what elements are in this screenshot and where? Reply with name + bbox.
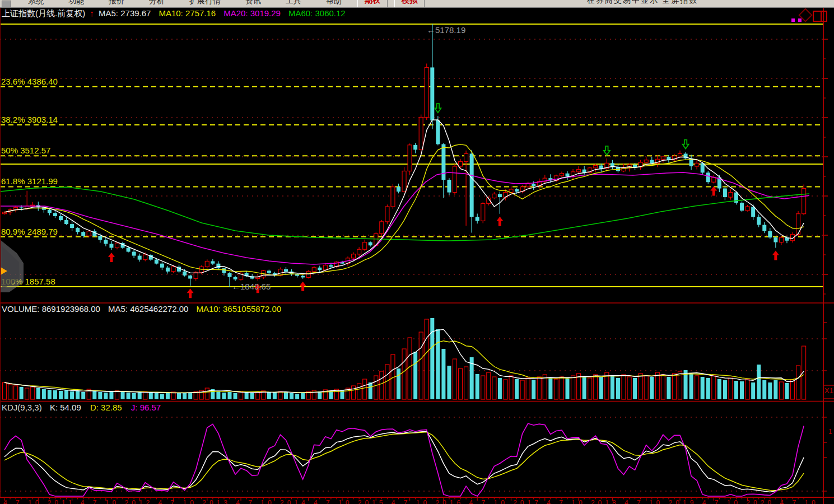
volume-bar-down: [234, 393, 237, 399]
candle-down: [155, 260, 159, 264]
candle-down: [329, 265, 333, 267]
volume-bar-up: [492, 377, 496, 399]
volume-bar-up: [672, 374, 676, 399]
volume-bar-down: [751, 382, 755, 399]
volume-bar-down: [245, 393, 249, 399]
candle-up: [695, 163, 699, 166]
volume-bar-down: [701, 377, 705, 399]
candle-down: [723, 189, 727, 198]
volume-bar-up: [537, 377, 541, 399]
candle-down: [48, 210, 52, 213]
volume-bar-down: [121, 392, 125, 399]
volume-bar-up: [312, 390, 316, 399]
candle-up: [3, 212, 7, 214]
volume-value-label: MA5: 4625462272.00: [108, 304, 188, 314]
candle-down: [566, 174, 570, 177]
candle-down: [436, 120, 440, 144]
candle-up: [464, 153, 468, 161]
volume-bar-down: [441, 349, 445, 399]
candle-up: [459, 162, 463, 166]
volume-bar-down: [515, 379, 519, 399]
kdj-j-value: J: 96.57: [131, 403, 161, 412]
volume-bar-up: [459, 368, 463, 399]
volume-bar-down: [301, 393, 305, 399]
candle-down: [476, 217, 479, 221]
volume-bar-up: [729, 378, 733, 399]
volume-bar-down: [155, 393, 159, 399]
volume-bar-down: [183, 393, 187, 399]
volume-bar-down: [177, 393, 181, 399]
candle-up: [380, 222, 384, 234]
candle-down: [413, 145, 417, 150]
volume-bar-down: [138, 393, 142, 399]
candle-down: [127, 248, 131, 251]
candle-up: [385, 207, 389, 222]
volume-bar-down: [768, 382, 772, 399]
candle-down: [98, 236, 102, 240]
volume-value-label: VOLUME: 8691923968.00: [2, 304, 100, 314]
candle-up: [678, 153, 682, 156]
ma-line: [4, 432, 804, 491]
volume-bar-up: [554, 379, 558, 399]
candle-up: [357, 249, 361, 254]
volume-bar-down: [92, 391, 96, 399]
candle-down: [515, 189, 519, 192]
candle-down: [20, 207, 24, 208]
volume-bar-down: [734, 381, 738, 399]
volume-header: VOLUME: 8691923968.00MA5: 4625462272.00M…: [2, 304, 289, 314]
candle-down: [211, 261, 215, 263]
volume-bar-up: [357, 384, 361, 399]
volume-bar-down: [76, 391, 80, 399]
chart-canvas[interactable]: 23.6% 4386.4038.2% 3903.1450% 3512.5761.…: [0, 0, 834, 504]
volume-bar-up: [8, 385, 12, 399]
volume-bar-down: [273, 393, 277, 399]
volume-bar-up: [791, 380, 795, 399]
candle-down: [166, 268, 170, 272]
volume-bar-down: [160, 394, 164, 399]
volume-bar-down: [318, 391, 322, 399]
x-axis-date-labels[interactable]: 4 7 10 2011 4 7 10 2012 4 7 10 2013 4 7 …: [3, 499, 821, 504]
volume-bar-down: [774, 380, 777, 399]
candle-down: [234, 277, 237, 279]
ma-line: [4, 423, 804, 496]
candle-up: [391, 187, 395, 207]
candle-up: [594, 166, 598, 168]
volume-bar-down: [476, 374, 479, 399]
candle-up: [143, 255, 147, 259]
candle-up: [577, 170, 581, 172]
candle-up: [425, 67, 428, 117]
volume-bar-down: [250, 393, 254, 399]
volume-bar-down: [785, 383, 789, 399]
volume-bar-up: [205, 388, 209, 399]
volume-bar-down: [689, 374, 693, 399]
buy-signal-arrow-icon: [187, 288, 194, 298]
volume-bar-up: [594, 375, 598, 399]
buy-signal-arrow-icon: [710, 186, 717, 196]
candle-down: [369, 242, 372, 246]
candle-down: [441, 144, 445, 180]
candle-up: [492, 194, 496, 198]
kdj-header: KDJ(9,3,3) K: 54.09 D: 32.85 J: 96.57: [2, 403, 161, 412]
volume-bar-up: [639, 374, 642, 399]
volume-bar-down: [59, 391, 63, 399]
volume-bar-down: [53, 390, 57, 399]
volume-bar-down: [290, 393, 293, 399]
candle-down: [757, 217, 761, 225]
volume-bar-up: [380, 371, 384, 399]
volume-bar-down: [717, 379, 721, 399]
candle-down: [53, 213, 57, 216]
candle-up: [171, 267, 175, 271]
volume-bar-down: [498, 378, 502, 399]
sell-signal-arrow-icon: [683, 140, 689, 149]
volume-bar-down: [532, 380, 535, 399]
volume-bar-up: [509, 376, 513, 399]
volume-bar-down: [188, 393, 192, 399]
fib-level-label: 61.8% 3121.99: [1, 176, 58, 186]
candle-up: [644, 160, 648, 162]
volume-bar-up: [408, 338, 412, 399]
candle-up: [481, 203, 485, 221]
candle-down: [160, 264, 164, 268]
volume-bar-down: [109, 391, 113, 399]
volume-bar-up: [3, 382, 7, 399]
candle-down: [222, 268, 226, 273]
